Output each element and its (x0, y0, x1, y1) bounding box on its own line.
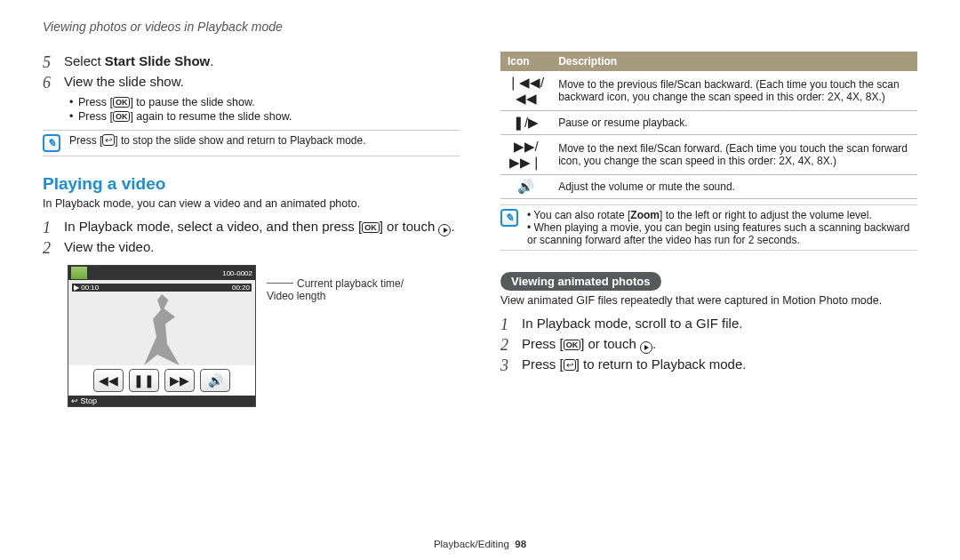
bullet-item: Press [OK] to pause the slide show. (69, 96, 460, 108)
col-header-icon: Icon (500, 52, 551, 71)
footer-label: Playback/Editing (434, 539, 509, 549)
text: . (652, 336, 656, 351)
camera-screenshot-row: 100-0002 ▶ 00:10 00:20 ◀◀ ❚❚ ▶▶ 🔊 ↩ Stop (68, 265, 460, 407)
zoom-bold: Zoom (630, 209, 660, 221)
camera-topbar: 100-0002 (68, 266, 255, 280)
step-number: 6 (43, 74, 55, 92)
ok-icon: OK (362, 222, 380, 233)
text: ] to stop the slide show and return to P… (115, 134, 365, 147)
table-row: ▶▶/▶▶❘ Move to the next file/Scan forwar… (500, 135, 917, 175)
volume-button[interactable]: 🔊 (200, 369, 230, 392)
play-step-2: 2 View the video. (43, 239, 460, 258)
note-bullet: You can also rotate [Zoom] to the left o… (527, 209, 917, 221)
text: Press [ (69, 134, 102, 147)
subsection-subtitle: View animated GIF files repeatedly that … (500, 294, 917, 307)
section-heading-playing-a-video: Playing a video (43, 174, 460, 194)
text: . (451, 219, 454, 234)
pause-button[interactable]: ❚❚ (129, 369, 159, 392)
text: Press [ (522, 356, 564, 372)
step-6: 6 View the slide show. (43, 74, 460, 92)
step-5: 5 Select Start Slide Show. (43, 53, 460, 72)
pause-play-icon: ❚/▶ (500, 111, 551, 135)
two-column-layout: 5 Select Start Slide Show. 6 View the sl… (43, 52, 917, 407)
section-subtitle: In Playback mode, you can view a video a… (43, 197, 460, 210)
step-text: View the slide show. (64, 74, 184, 92)
text: You can also rotate [ (533, 209, 630, 221)
camera-scene: ▶ 00:10 00:20 (68, 280, 255, 365)
camera-controls: ◀◀ ❚❚ ▶▶ 🔊 (68, 365, 255, 396)
page-footer: Playback/Editing 98 (0, 539, 960, 549)
step-number: 2 (43, 239, 55, 258)
time-bar: ▶ 00:10 00:20 (72, 284, 252, 292)
dancer-silhouette (140, 294, 184, 365)
camera-screen: 100-0002 ▶ 00:10 00:20 ◀◀ ❚❚ ▶▶ 🔊 ↩ Stop (68, 265, 256, 407)
step-number: 1 (500, 316, 513, 334)
time-elapsed: 00:10 (81, 284, 99, 292)
right-column: Icon Description ❘◀◀/◀◀ Move to the prev… (500, 52, 917, 407)
table-row: 🔊 Adjust the volume or mute the sound. (500, 175, 917, 199)
subsection-heading-animated-photos: Viewing animated photos (500, 272, 661, 291)
thumbnail-icon (71, 267, 87, 279)
note-text: Press [↩] to stop the slide show and ret… (69, 134, 366, 147)
text: ] to return to Playback mode. (576, 356, 747, 372)
cell-desc: Move to the previous file/Scan backward.… (551, 71, 917, 111)
text: Press [ (78, 96, 113, 108)
play-step-1: 1 In Playback mode, select a video, and … (43, 219, 460, 237)
note-bullet: When playing a movie, you can begin usin… (527, 221, 917, 246)
step-number: 1 (43, 219, 55, 237)
prev-scan-icon: ❘◀◀/◀◀ (500, 71, 551, 111)
note-icon: ✎ (500, 209, 518, 227)
cell-desc: Pause or resume playback. (551, 111, 917, 135)
gif-step-2: 2 Press [OK] or touch . (500, 336, 917, 355)
step-number: 2 (500, 336, 513, 355)
gif-step-3: 3 Press [↩] to return to Playback mode. (500, 356, 917, 375)
step-number: 5 (43, 53, 55, 72)
text: . (210, 53, 213, 68)
icon-table: Icon Description ❘◀◀/◀◀ Move to the prev… (500, 52, 917, 199)
step-text: Select Start Slide Show. (64, 53, 213, 72)
note-text: You can also rotate [Zoom] to the left o… (527, 209, 917, 246)
text: ] to pause the slide show. (130, 96, 254, 108)
back-icon: ↩ (102, 134, 115, 146)
file-counter: 100-0002 (222, 269, 252, 277)
stop-label: Stop (81, 396, 98, 405)
cell-desc: Move to the next file/Scan forward. (Eac… (551, 135, 917, 175)
text: Press [ (522, 336, 564, 351)
left-column: 5 Select Start Slide Show. 6 View the sl… (43, 52, 460, 407)
step-text: In Playback mode, scroll to a GIF file. (522, 316, 742, 334)
step-text: Press [↩] to return to Playback mode. (522, 356, 746, 375)
ok-icon: OK (564, 340, 581, 350)
step-text: Press [OK] or touch . (522, 336, 656, 355)
cell-desc: Adjust the volume or mute the sound. (551, 175, 917, 199)
step-text: View the video. (64, 239, 154, 258)
table-header-row: Icon Description (500, 52, 917, 71)
note-box: ✎ You can also rotate [Zoom] to the left… (500, 204, 917, 251)
bullet-item: Press [OK] again to resume the slide sho… (69, 110, 460, 123)
table-row: ❚/▶ Pause or resume playback. (500, 111, 917, 135)
text: ] again to resume the slide show. (130, 110, 292, 123)
note-icon: ✎ (43, 134, 60, 152)
col-header-description: Description (551, 52, 917, 71)
back-icon: ↩ (564, 359, 576, 371)
page-number: 98 (515, 539, 526, 549)
forward-button[interactable]: ▶▶ (164, 369, 195, 392)
text: ] or touch (380, 219, 439, 234)
stop-bar: ↩ Stop (68, 396, 255, 406)
gif-step-1: 1 In Playback mode, scroll to a GIF file… (500, 316, 917, 334)
time-total: 00:20 (232, 284, 250, 292)
next-scan-icon: ▶▶/▶▶❘ (500, 135, 551, 175)
text: In Playback mode, select a video, and th… (64, 219, 362, 234)
text: ] or touch (580, 336, 640, 351)
sub-bullets: Press [OK] to pause the slide show. Pres… (69, 96, 460, 123)
bold-text: Start Slide Show (105, 53, 210, 68)
play-time-elapsed: ▶ 00:10 (74, 284, 99, 292)
volume-icon: 🔊 (500, 175, 551, 199)
play-icon (640, 341, 652, 354)
ok-icon: OK (113, 97, 131, 108)
text: Press [ (78, 110, 113, 123)
step-text: In Playback mode, select a video, and th… (64, 219, 455, 237)
text: ] to the left or right to adjust the vol… (660, 209, 872, 221)
callout-label: Current playback time/ Video length (267, 277, 404, 407)
table-row: ❘◀◀/◀◀ Move to the previous file/Scan ba… (500, 71, 917, 111)
rewind-button[interactable]: ◀◀ (93, 369, 124, 392)
